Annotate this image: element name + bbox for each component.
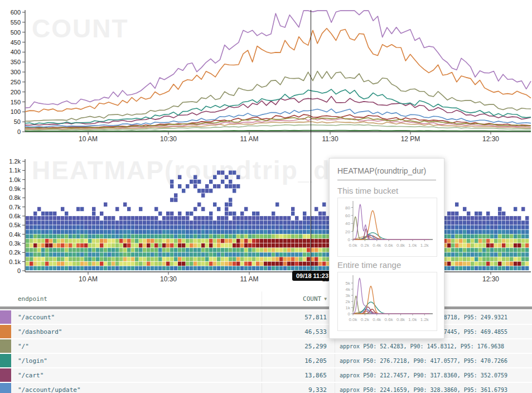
heatmap-x-tick-label: 11 AM [240,275,258,283]
mini-y-tick-label: 4k [346,287,351,292]
table-row[interactable]: "/account"57,811approx P50: 131.4289, P9… [0,309,532,324]
series-color-swatch [0,354,11,367]
this-time-bucket-chart: 8060402000.0k0.2k0.4k0.6k0.8k1.0k1.2k [337,198,437,257]
mini-x-tick-label: 1.2k [420,243,429,248]
mini-y-tick-label: 60 [345,213,350,218]
table-row[interactable]: "/"25,299approx P50: 52.4283, P90: 145.8… [0,338,532,353]
count-series-line [25,11,531,108]
count-cell: 25,299 [262,339,335,353]
percentiles-cell: approx P50: 276.7218, P90: 417.0577, P95… [335,354,532,367]
crosshair-timestamp: 09/18 11:23 [292,271,332,281]
count-cell: 57,811 [262,310,335,324]
heatmap-y-tick-label: 0.7k [9,204,21,210]
mini-x-tick-label: 0.4k [373,317,381,322]
heatmap-y-tick-label: 1.0k [9,176,21,183]
count-y-tick-label: 50 [14,118,21,125]
endpoint-cell: "/dashboard" [11,325,262,338]
heatmap-y-tick-label: 0.4k [9,231,21,238]
heatmap-y-tick-label: 0.3k [9,240,21,247]
heatmap-x-tick-label: 10:30 [160,275,177,283]
mini-y-tick-label: 0 [348,237,351,242]
count-y-tick-label: 150 [11,99,21,106]
heatmap-tooltip: HEATMAP(roundtrip_dur) This time bucket … [329,158,444,339]
table-row[interactable]: "/login"16,205approx P50: 276.7218, P90:… [0,353,532,367]
percentiles-cell: approx P50: 224.1659, P90: 328.3860, P95… [335,383,532,393]
count-y-tick-label: 200 [11,89,21,95]
count-cell: 46,533 [262,325,335,338]
tooltip-title: HEATMAP(roundtrip_dur) [337,166,436,175]
count-cell: 13,865 [262,368,335,382]
percentiles-cell: approx P50: 52.4283, P90: 145.8312, P95:… [335,339,532,353]
endpoint-cell: "/" [11,339,262,353]
endpoint-cell: "/cart" [11,368,262,382]
heatmap-y-tick-label: 1.2k [9,158,21,165]
results-table: endpoint COUNT ▼ "/account"57,811approx … [0,287,532,393]
table-row[interactable]: "/dashboard"46,533approx P50: 305.2161, … [0,324,532,338]
mini-series-line [353,302,429,314]
tooltip-divider [337,180,436,180]
heatmap-x-tick-label: 10 AM [79,275,98,283]
mini-x-tick-label: 0.0k [349,243,357,248]
endpoint-cell: "/account" [11,310,262,324]
mini-x-tick-label: 1.2k [420,317,429,322]
table-row[interactable]: "/cart"13,865approx P50: 212.7457, P90: … [0,367,532,382]
query-results-view: COUNT HEATMAP(roundtrip_dur) 60055050045… [0,0,532,393]
charts-canvas[interactable]: 60055050045040035030025020015010050010 A… [0,0,532,286]
series-color-swatch [0,339,11,353]
tooltip-section-label: Entire time range [337,260,436,270]
heatmap-y-tick-label: 0.9k [9,185,21,192]
heatmap-y-tick-label: 0.2k [9,249,21,256]
count-cell: 16,205 [262,354,335,367]
count-cell: 9,332 [262,383,335,393]
heatmap-y-tick-label: 0 [17,267,21,274]
count-y-tick-label: 400 [11,49,21,55]
count-y-tick-label: 450 [11,39,21,46]
count-x-tick-label: 11:30 [322,135,338,143]
heatmap-y-tick-label: 0.8k [9,194,21,201]
column-header-endpoint[interactable]: endpoint [11,291,262,306]
count-y-tick-label: 0 [17,128,21,135]
mini-y-tick-label: 40 [345,221,350,226]
sort-desc-icon: ▼ [324,296,327,301]
mini-x-tick-label: 1.0k [408,243,417,248]
mini-x-tick-label: 0.8k [396,243,405,248]
count-y-tick-label: 100 [11,108,21,115]
mini-x-tick-label: 1.0k [408,317,417,322]
mini-y-tick-label: 1k [346,305,351,310]
mini-y-tick-label: 5k [346,281,351,286]
series-color-swatch [0,325,11,338]
count-y-tick-label: 550 [11,19,21,26]
mini-y-tick-label: 3k [346,293,351,298]
tooltip-section-label: This time bucket [337,186,436,195]
count-y-tick-label: 600 [11,9,21,16]
series-color-swatch [0,368,11,382]
crosshair-line [311,10,311,272]
count-x-tick-label: 12:30 [482,135,499,143]
table-header-row: endpoint COUNT ▼ [0,291,532,306]
count-series-line [25,131,531,131]
series-color-swatch [0,310,11,324]
mini-x-tick-label: 0.6k [385,243,394,248]
mini-x-tick-label: 0.2k [361,317,370,322]
endpoint-cell: "/login" [11,354,262,367]
heatmap-y-tick-label: 0.5k [9,222,21,228]
count-y-tick-label: 500 [11,29,21,36]
mini-x-tick-label: 0.0k [349,317,357,322]
heatmap-y-tick-label: 0.6k [9,213,21,219]
heatmap-y-tick-label: 1.1k [9,167,21,174]
mini-x-tick-label: 0.6k [385,317,394,322]
mini-y-tick-label: 0 [348,311,351,317]
series-color-swatch [0,383,11,393]
count-y-tick-label: 250 [11,79,21,85]
count-y-tick-label: 300 [11,69,21,75]
table-row[interactable]: "/account/update"9,332approx P50: 224.16… [0,382,532,393]
count-x-tick-label: 12 PM [401,135,420,143]
percentiles-cell: approx P50: 212.7457, P90: 317.8360, P95… [335,368,532,382]
mini-x-tick-label: 0.2k [361,243,370,248]
series-color-column [0,291,11,306]
heatmap-x-tick-label: 12:30 [482,275,499,283]
heatmap-y-tick-label: 0.1k [9,258,21,265]
mini-x-tick-label: 0.8k [396,317,405,322]
mini-y-tick-label: 20 [345,229,350,234]
column-header-count[interactable]: COUNT ▼ [262,291,335,306]
